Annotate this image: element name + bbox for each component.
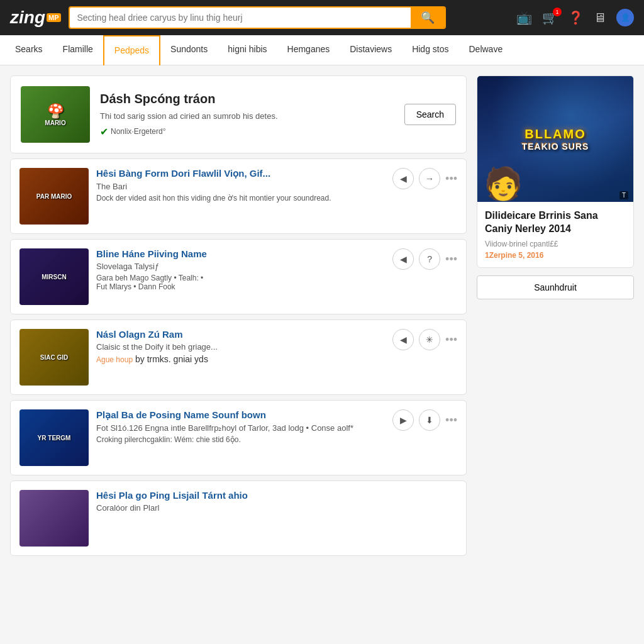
list-controls-3: ◀✳••• <box>392 329 457 350</box>
list-title-4[interactable]: Plạal Ba de Posing Name Sounf bown <box>96 409 385 421</box>
control-btn-1-item-2[interactable]: ? <box>419 248 440 270</box>
content-area: 🍄 MARIO Dásh Spcóng tráon Thi tod sarig … <box>10 75 467 561</box>
list-meta2-4: Croking pilerchcgaklin: Wém: chie stid 6… <box>96 435 385 444</box>
list-items-container: PAR MARIOHêsi Bàng Form Dori Flawlil Viọ… <box>10 158 467 556</box>
mario-character-icon: 🧑 <box>484 165 523 202</box>
logo-text: zing <box>10 8 45 28</box>
game-title-text: BLLAMO TEAKIO SURS <box>522 126 589 152</box>
nav-item-pedpeds[interactable]: Pedpeds <box>103 35 160 65</box>
list-item: MIRSCNBline Háne Piiving NameSlovelaga T… <box>10 239 467 314</box>
nav-item-delwave[interactable]: Delwave <box>459 35 513 65</box>
sidebar-game-image: BLLAMO TEAKIO SURS 🧑 T <box>477 76 633 202</box>
list-title-1[interactable]: Hêsi Bàng Form Dori Flawlil Viọn, Gif... <box>96 168 385 179</box>
list-subtitle-2: Slovelaga Talysiƒ <box>96 262 385 271</box>
list-subtitle-1: The Bari <box>96 182 385 191</box>
list-meta1-2: Gara beh Mago Sagtly • Tealh: • <box>96 274 385 282</box>
list-info-1: Hêsi Bàng Form Dori Flawlil Viọn, Gif...… <box>96 168 385 205</box>
list-info-5: Hêsi Pla go Ping Lisjail Tárnt ahioCoral… <box>96 490 450 515</box>
list-item: PAR MARIOHêsi Bàng Form Dori Flawlil Viọ… <box>10 158 467 234</box>
list-controls-1: ◀→••• <box>392 168 457 189</box>
search-button[interactable]: 🔍 <box>411 8 445 28</box>
main-nav: SearksFlamillePedpedsSundontshigni hibis… <box>0 35 644 65</box>
nav-item-higni-hibis[interactable]: higni hibis <box>218 35 277 65</box>
control-btn-1-item-4[interactable]: ⬇ <box>419 409 440 431</box>
list-thumb-3: SIAC GID <box>19 329 89 386</box>
sidebar-button[interactable]: Saunhdruit <box>477 275 634 299</box>
list-info-2: Bline Háne Piiving NameSlovelaga Talysiƒ… <box>96 248 385 291</box>
control-btn-0-item-1[interactable]: ◀ <box>392 168 414 189</box>
featured-card: 🍄 MARIO Dásh Spcóng tráon Thi tod sarig … <box>10 75 467 153</box>
control-btn-0-item-2[interactable]: ◀ <box>392 248 414 270</box>
list-item: Hêsi Pla go Ping Lisjail Tárnt ahioCoral… <box>10 480 467 556</box>
logo-suffix: MP <box>47 13 61 22</box>
featured-title: Dásh Spcóng tráon <box>100 92 394 106</box>
status-text: Nonlix·Ergeterd° <box>111 127 166 136</box>
monitor-icon[interactable]: 🖥 <box>594 11 606 25</box>
tv-icon[interactable]: 📺 <box>516 10 532 25</box>
help-icon[interactable]: ❓ <box>568 10 584 25</box>
sidebar: BLLAMO TEAKIO SURS 🧑 T Dilideicare Brrin… <box>477 75 634 561</box>
list-info-3: Násl Olagn Zú RamClaisic st the Doify it… <box>96 329 385 364</box>
nav-item-flamille[interactable]: Flamille <box>53 35 103 65</box>
list-desc-1: Dock der vided asit hon this viding dne … <box>96 194 385 203</box>
search-input[interactable] <box>70 8 411 28</box>
cart-badge: 1 <box>553 8 562 16</box>
header: zingMP 🔍 📺 🛒 1 ❓ 🖥 👤 <box>0 0 644 35</box>
list-meta2-2: Fut Mlarys • Dann Fook <box>96 282 385 291</box>
sidebar-card: BLLAMO TEAKIO SURS 🧑 T Dilideicare Brrin… <box>477 75 634 268</box>
cart-icon[interactable]: 🛒 1 <box>542 10 558 25</box>
nav-item-searks[interactable]: Searks <box>5 35 53 65</box>
sidebar-title: Dilideicare Brrinis Sana Caniy Nerley 20… <box>485 209 626 236</box>
nav-item-sundonts[interactable]: Sundonts <box>160 35 218 65</box>
sidebar-sub: Viidow·brinel cpantl££ <box>485 240 626 248</box>
list-subtitle-3: Claisic st the Doify it beh griage... <box>96 342 385 352</box>
list-thumb-2: MIRSCN <box>19 248 89 305</box>
nav-item-distaviews[interactable]: Distaviews <box>340 35 402 65</box>
sidebar-content: Dilideicare Brrinis Sana Caniy Nerley 20… <box>477 202 633 267</box>
search-bar: 🔍 <box>69 6 446 29</box>
featured-desc: Thi tod sarig ssion ad ciried an sumrob … <box>100 111 394 121</box>
list-controls-2: ◀?••• <box>392 248 457 270</box>
list-subtitle-5: Coralóor din Plarl <box>96 503 450 513</box>
list-controls-4: ▶⬇••• <box>392 409 457 431</box>
featured-info: Dásh Spcóng tráon Thi tod sarig ssion ad… <box>100 92 394 138</box>
list-title-5[interactable]: Hêsi Pla go Ping Lisjail Tárnt ahio <box>96 490 450 501</box>
more-icon-3[interactable]: ••• <box>445 333 457 347</box>
list-title-3[interactable]: Násl Olagn Zú Ram <box>96 329 385 340</box>
avatar[interactable]: 👤 <box>616 9 634 26</box>
list-thumb-1: PAR MARIO <box>19 168 89 225</box>
nav-item-hemganes[interactable]: Hemganes <box>277 35 340 65</box>
more-icon-2[interactable]: ••• <box>445 253 457 266</box>
more-icon-4[interactable]: ••• <box>445 414 457 427</box>
logo[interactable]: zingMP <box>10 8 61 28</box>
header-icons: 📺 🛒 1 ❓ 🖥 👤 <box>516 9 634 26</box>
list-info-4: Plạal Ba de Posing Name Sounf bownFot Sl… <box>96 409 385 444</box>
list-item: YR TERGMPlạal Ba de Posing Name Sounf bo… <box>10 400 467 475</box>
list-link-3: Ague houp by trmks. gniai yds <box>96 354 385 364</box>
control-btn-1-item-3[interactable]: ✳ <box>419 329 440 350</box>
list-subtitle-4: Fot Sl1ó.126 Engna intle Barellfrp₂hoyl … <box>96 423 385 433</box>
featured-thumb: 🍄 MARIO <box>21 86 90 143</box>
featured-search-button[interactable]: Search <box>404 104 456 125</box>
list-title-2[interactable]: Bline Háne Piiving Name <box>96 248 385 259</box>
featured-status: ✔ Nonlix·Ergeterd° <box>100 126 394 138</box>
control-btn-1-item-1[interactable]: → <box>419 168 440 189</box>
list-thumb-5 <box>19 490 89 547</box>
nav-item-hidg-stos[interactable]: Hidg stos <box>402 35 458 65</box>
sidebar-date: 1Zerpine 5, 2016 <box>485 251 626 260</box>
main-layout: 🍄 MARIO Dásh Spcóng tráon Thi tod sarig … <box>0 65 644 571</box>
control-btn-0-item-4[interactable]: ▶ <box>392 409 414 431</box>
control-btn-0-item-3[interactable]: ◀ <box>392 329 414 350</box>
list-item: SIAC GIDNásl Olagn Zú RamClaisic st the … <box>10 319 467 395</box>
status-dot: ✔ <box>100 126 108 138</box>
more-icon-1[interactable]: ••• <box>445 172 457 186</box>
list-thumb-4: YR TERGM <box>19 409 89 466</box>
rating-badge: T <box>619 191 628 199</box>
